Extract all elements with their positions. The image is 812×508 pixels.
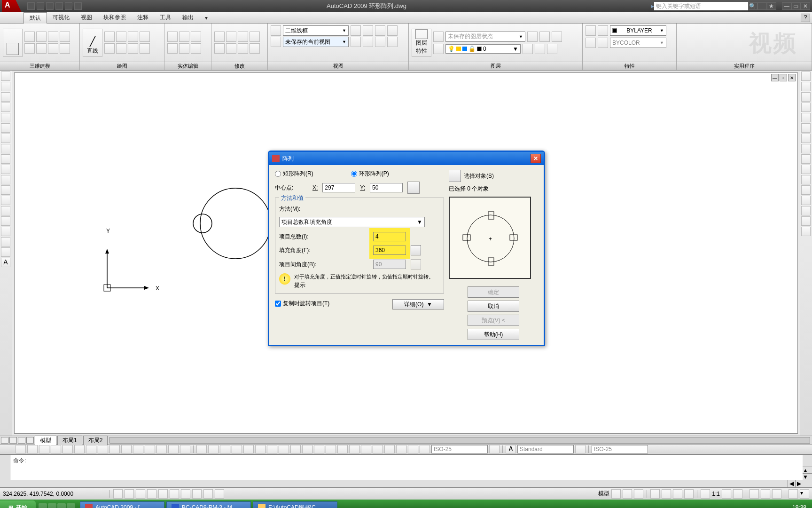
- stretch-icon[interactable]: [801, 154, 811, 164]
- view-icon[interactable]: [351, 25, 361, 36]
- maximize-button[interactable]: ▭: [791, 2, 801, 10]
- draw-icon[interactable]: [116, 43, 126, 54]
- view-icon[interactable]: [375, 37, 385, 47]
- extension-icon[interactable]: [62, 445, 73, 453]
- dim-linear-icon[interactable]: [196, 445, 207, 453]
- start-button[interactable]: ⊞ 开始: [0, 500, 36, 508]
- panel-label[interactable]: 绘图: [80, 62, 164, 70]
- midpoint-icon[interactable]: [27, 445, 38, 453]
- tab-output[interactable]: 输出: [177, 12, 199, 23]
- move-icon[interactable]: [801, 123, 811, 133]
- commcenter-icon[interactable]: [757, 2, 767, 10]
- quadrant-icon[interactable]: [86, 445, 96, 453]
- xline-icon[interactable]: [1, 82, 10, 91]
- status-icon[interactable]: [623, 489, 632, 499]
- ql-icon[interactable]: [67, 503, 75, 508]
- block-icon[interactable]: [1, 196, 10, 205]
- layout1-tab[interactable]: 布局1: [57, 436, 82, 445]
- dim-arc-icon[interactable]: [220, 445, 230, 453]
- ellipse-icon[interactable]: [1, 165, 10, 174]
- panel-label[interactable]: 三维建模: [0, 62, 79, 70]
- visual-style-combo[interactable]: 二维线框▼: [283, 25, 349, 36]
- modify-icon[interactable]: [238, 43, 248, 54]
- circle-icon[interactable]: [1, 134, 10, 143]
- help-icon[interactable]: ?: [801, 14, 810, 22]
- chamfer-icon[interactable]: [801, 206, 811, 215]
- erase-icon[interactable]: [801, 71, 811, 81]
- layer-combo[interactable]: 💡 🔓 0 ▼: [445, 44, 521, 54]
- osnap-settings-icon[interactable]: [180, 445, 190, 453]
- insert-icon[interactable]: [1, 185, 10, 195]
- ducs-icon[interactable]: [181, 489, 190, 499]
- tab-annotate[interactable]: 注释: [132, 12, 154, 23]
- view-icon[interactable]: [387, 37, 398, 47]
- tab-prev-icon[interactable]: [9, 437, 17, 444]
- dialog-close-button[interactable]: ✕: [531, 154, 541, 163]
- modify-icon[interactable]: [226, 43, 236, 54]
- pick-center-button[interactable]: [407, 182, 420, 194]
- fillet-icon[interactable]: [801, 216, 811, 226]
- zoom-icon[interactable]: [662, 489, 671, 499]
- clean-icon[interactable]: [789, 489, 798, 499]
- tangent-icon[interactable]: [98, 445, 108, 453]
- layer-icon[interactable]: [433, 44, 444, 54]
- point-icon[interactable]: [1, 206, 10, 215]
- prop-icon[interactable]: [586, 38, 596, 48]
- spline-icon[interactable]: [1, 154, 10, 164]
- grid-icon[interactable]: [125, 489, 134, 499]
- fill-angle-input[interactable]: 360: [373, 246, 406, 255]
- solid-icon[interactable]: [24, 43, 35, 54]
- help-button[interactable]: 帮助(H): [468, 329, 519, 340]
- pan-icon[interactable]: [650, 489, 660, 499]
- none-icon[interactable]: [168, 445, 179, 453]
- polar-array-radio[interactable]: 环形阵列(P): [351, 170, 389, 178]
- cmdline-handle[interactable]: [0, 455, 10, 480]
- extend-icon[interactable]: [801, 175, 811, 184]
- dim-space-icon[interactable]: [326, 445, 336, 453]
- solid-icon[interactable]: [48, 32, 58, 42]
- snap-icon[interactable]: [113, 489, 123, 499]
- draw-icon[interactable]: [104, 32, 115, 42]
- tab-visualize[interactable]: 可视化: [47, 12, 75, 23]
- revision-icon[interactable]: [1, 144, 10, 153]
- arc-icon[interactable]: [1, 123, 10, 133]
- dim-jogged-lin-icon[interactable]: [384, 445, 395, 453]
- solid-icon[interactable]: [36, 32, 47, 42]
- draw-icon[interactable]: [116, 32, 126, 42]
- modify-icon[interactable]: [238, 32, 248, 42]
- dim-diameter-icon[interactable]: [267, 445, 277, 453]
- trim-icon[interactable]: [801, 165, 811, 174]
- modify-icon[interactable]: [226, 32, 236, 42]
- dim-radius-icon[interactable]: [243, 445, 254, 453]
- gradient-icon[interactable]: [1, 227, 10, 236]
- named-view-combo[interactable]: 未保存的当前视图▼: [283, 37, 349, 47]
- rotate-copy-checkbox[interactable]: 复制时旋转项目(T): [275, 300, 329, 308]
- rect-array-radio[interactable]: 矩形阵列(R): [275, 170, 313, 178]
- modify-icon[interactable]: [250, 43, 260, 54]
- textstyle-combo[interactable]: Standard: [517, 445, 574, 453]
- line-button[interactable]: ╱直线: [83, 29, 102, 57]
- osnap-icon[interactable]: [158, 489, 168, 499]
- tab-last-icon[interactable]: [26, 437, 34, 444]
- center-y-input[interactable]: 50: [370, 183, 403, 192]
- select-objects-button[interactable]: [449, 170, 461, 182]
- dimstyle-icon[interactable]: [489, 445, 500, 453]
- ribbon-overflow-icon[interactable]: ▾: [199, 13, 213, 23]
- node-icon[interactable]: [145, 445, 155, 453]
- break-icon[interactable]: [801, 185, 811, 195]
- dim-update-icon[interactable]: [420, 445, 430, 453]
- minimize-button[interactable]: —: [782, 2, 791, 10]
- ql-icon[interactable]: [57, 503, 66, 508]
- dimtedit-icon[interactable]: [408, 445, 418, 453]
- solidedit-icon[interactable]: [191, 32, 201, 42]
- cmdline-scrollbar[interactable]: ▲▼: [803, 455, 812, 480]
- otrack-icon[interactable]: [170, 489, 179, 499]
- status-icon[interactable]: [611, 489, 621, 499]
- tolerance-icon[interactable]: [349, 445, 359, 453]
- prop-icon[interactable]: [598, 25, 608, 36]
- status-icon[interactable]: [722, 489, 731, 499]
- method-combo[interactable]: 项目总数和填充角度▼: [279, 217, 425, 227]
- lwt-icon[interactable]: [203, 489, 213, 499]
- layer-properties-button[interactable]: 图层 特性: [412, 29, 431, 57]
- linetype-combo[interactable]: BYCOLOR▼: [610, 38, 666, 48]
